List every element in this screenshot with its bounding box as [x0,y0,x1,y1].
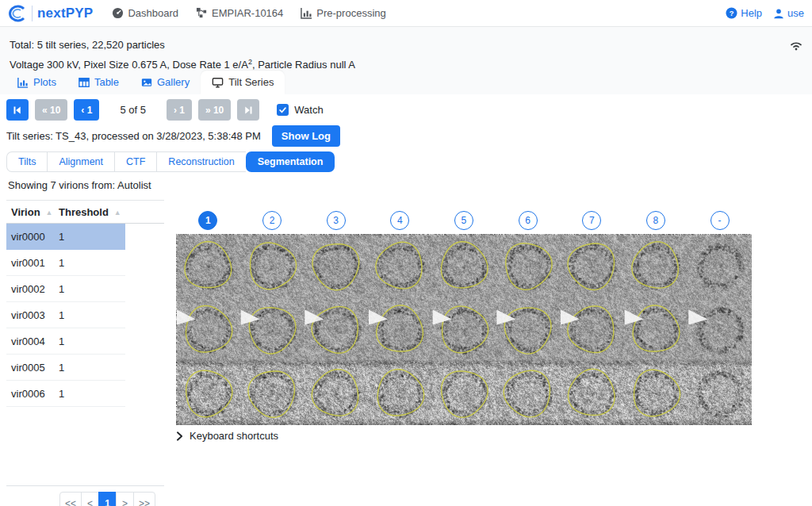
show-log-button[interactable]: Show Log [272,125,340,147]
first-button[interactable] [6,99,29,121]
skip-first-icon [13,105,22,115]
tab-label: Gallery [157,76,190,88]
sort-caret-icon: ▲ [46,209,53,217]
keyboard-shortcuts-toggle[interactable]: Keyboard shortcuts [176,430,752,442]
page-next-button[interactable]: > [116,492,134,506]
svg-text:?: ? [730,10,734,17]
stage-tab-reconstruction[interactable]: Reconstruction [156,151,245,172]
stage-tab-segmentation[interactable]: Segmentation [246,151,335,172]
watch-control: Watch [277,104,323,116]
slice-button[interactable]: - [688,211,752,230]
virion-id: vir0000 [6,231,59,243]
plots-icon [17,77,29,88]
tilt-series-pager: « 10 ‹ 1 5 of 5 › 1 » 10 Watch [6,99,324,121]
next-10-button[interactable]: » 10 [198,99,231,121]
slice-label: 5 [454,211,473,230]
help-link[interactable]: ? Help [726,7,762,19]
slice-label: 3 [327,211,346,230]
virion-id: vir0003 [6,309,59,321]
stage-tab-tilts[interactable]: Tilts [6,151,47,172]
nav-item-label: Dashboard [128,7,178,19]
slice-button[interactable]: 5 [432,211,496,230]
nav-item-dashboard[interactable]: Dashboard [112,7,178,19]
watch-checkbox[interactable] [277,104,289,116]
navbar: nextPYP Dashboard EMPIAR-10164 [0,0,812,27]
table-row[interactable]: vir0001 1 [6,250,125,276]
brand[interactable]: nextPYP [8,4,93,23]
table-pagination: << < 1 > >> [59,492,155,506]
virion-threshold: 1 [59,388,64,400]
virion-threshold: 1 [59,257,64,269]
stage-tab-ctf[interactable]: CTF [114,151,156,172]
connection-status [788,38,804,54]
page-prev-button[interactable]: < [81,492,99,506]
summary-block: Total: 5 tilt series, 22,520 particles V… [0,27,812,73]
last-button[interactable] [237,99,259,121]
view-tabs: Plots Table Gallery [6,71,285,94]
brand-name: nextPYP [37,6,93,21]
help-icon: ? [726,7,737,19]
tab-tilt-series[interactable]: Tilt Series [201,71,285,94]
slice-button[interactable]: 2 [240,211,304,230]
monitor-icon [212,77,224,88]
slice-label: 6 [519,211,538,230]
page-last-button[interactable]: >> [133,492,155,506]
slice-label: - [710,211,730,230]
prev-1-button[interactable]: ‹ 1 [74,99,99,121]
virion-id: vir0004 [6,335,59,347]
project-icon [196,7,208,19]
page-number-button[interactable]: 1 [98,492,117,506]
slice-button[interactable]: 3 [304,211,368,230]
virion-threshold: 1 [59,362,64,374]
user-menu[interactable]: use [773,7,804,19]
app-window: nextPYP Dashboard EMPIAR-10164 [0,0,812,506]
virion-id: vir0002 [6,283,59,295]
next-1-button[interactable]: › 1 [167,99,192,121]
table-row[interactable]: vir0002 1 [6,276,125,302]
slice-button[interactable]: 1 [176,211,240,230]
table-row[interactable]: vir0006 1 [6,381,125,407]
series-info: Tilt series: TS_43, processed on 3/28/20… [6,130,261,142]
virion-id: vir0006 [6,388,59,400]
slice-button[interactable]: 6 [496,211,560,230]
tab-label: Table [94,76,119,88]
tab-table[interactable]: Table [67,71,130,94]
virion-table-header: Virion ▲ Threshold ▲ [6,200,164,224]
table-row[interactable]: vir0003 1 [6,302,125,328]
table-icon [79,77,90,88]
stage-tabs: Tilts Alignment CTF Reconstruction Segme… [6,151,335,172]
chart-icon [301,7,312,19]
total-line: Total: 5 tilt series, 22,520 particles [10,37,812,53]
tab-gallery[interactable]: Gallery [130,71,201,94]
sort-caret-icon: ▲ [114,209,121,217]
nav-item-preprocessing[interactable]: Pre-processing [301,7,385,19]
params-prefix: Voltage 300 kV, Pixel Size 0.675 A, Dose… [10,59,248,71]
slice-label: 1 [198,211,217,230]
virion-threshold: 1 [59,231,64,243]
gauge-icon [112,7,124,19]
pager-position: 5 of 5 [120,104,146,116]
header-threshold[interactable]: Threshold ▲ [59,206,121,218]
virion-threshold: 1 [59,309,64,321]
watch-label: Watch [294,104,323,116]
user-label: use [787,7,804,19]
virion-montage[interactable] [176,234,752,425]
slice-button[interactable]: 8 [624,211,688,230]
slice-button[interactable]: 4 [368,211,432,230]
nav-item-project[interactable]: EMPIAR-10164 [196,7,283,19]
tab-plots[interactable]: Plots [6,71,67,94]
series-info-row: Tilt series: TS_43, processed on 3/28/20… [6,125,340,147]
main-panel: « 10 ‹ 1 5 of 5 › 1 » 10 Watch [0,94,812,506]
slice-button[interactable]: 7 [560,211,624,230]
page-first-button[interactable]: << [59,492,82,506]
header-virion[interactable]: Virion ▲ [6,206,59,218]
table-row[interactable]: vir0005 1 [6,355,125,381]
table-footer-divider [6,485,164,486]
chevron-right-icon [176,431,183,441]
slice-label: 4 [390,211,409,230]
table-row[interactable]: vir0000 1 [6,224,125,250]
prev-10-button[interactable]: « 10 [35,99,67,121]
stage-tab-alignment[interactable]: Alignment [47,151,114,172]
header-label: Virion [11,206,40,218]
table-row[interactable]: vir0004 1 [6,328,125,355]
